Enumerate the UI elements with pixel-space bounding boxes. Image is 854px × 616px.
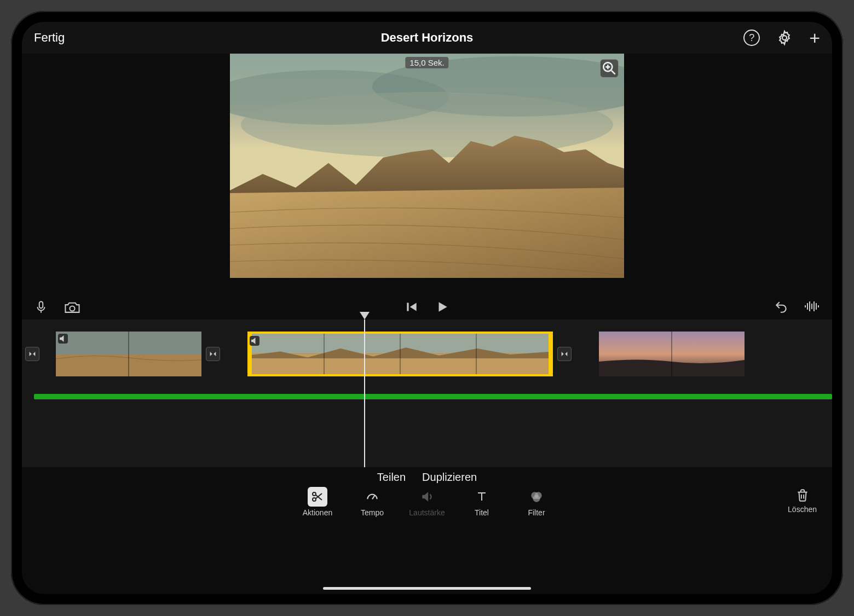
tool-label: Filter [528,508,545,517]
svg-point-0 [782,36,787,40]
clip-actions: Teilen Duplizieren [22,467,832,487]
duplicate-button[interactable]: Duplizieren [422,471,477,484]
topbar: Fertig Desert Horizons ? + [22,22,832,54]
speedometer-icon [362,487,382,507]
svg-point-39 [533,495,540,502]
svg-line-34 [372,496,374,499]
magnify-plus-icon[interactable] [600,59,619,78]
svg-line-6 [611,71,615,74]
playhead-line[interactable] [364,319,365,467]
tool-tray: Aktionen Tempo Lautstärke [22,487,832,536]
plus-icon[interactable]: + [809,28,820,47]
transition-icon[interactable] [24,347,41,361]
tool-lautstaerke: Lautstärke [406,487,448,536]
preview-area: 15,0 Sek. [22,54,832,294]
video-preview[interactable]: 15,0 Sek. [230,54,624,278]
tools-row [22,294,832,319]
skip-back-icon[interactable] [405,300,419,314]
duration-badge: 15,0 Sek. [405,57,448,68]
svg-rect-9 [39,301,43,308]
timeline-clip[interactable] [56,332,201,376]
svg-point-11 [70,306,74,311]
audio-track[interactable] [34,394,832,399]
tool-label: Tempo [361,508,384,517]
timeline-clip-selected[interactable] [247,332,553,376]
tool-label: Lautstärke [409,508,445,517]
undo-icon[interactable] [774,300,788,314]
app-screen: Fertig Desert Horizons ? + [22,22,832,594]
playhead-marker[interactable] [360,312,370,319]
transition-icon[interactable] [556,347,573,361]
filter-circles-icon [527,487,546,507]
waveform-icon[interactable] [804,300,820,314]
tool-filter[interactable]: Filter [516,487,557,536]
split-button[interactable]: Teilen [377,471,406,484]
tool-label: Löschen [788,505,817,514]
speaker-icon [250,336,259,346]
timeline[interactable] [22,319,832,467]
trim-handle-right[interactable] [549,334,553,374]
home-indicator[interactable] [323,587,531,590]
transition-icon[interactable] [205,347,221,361]
scissors-icon [308,487,327,507]
delete-button[interactable]: Löschen [788,487,817,514]
volume-icon [417,487,437,507]
camera-icon[interactable] [64,300,81,314]
tool-tempo[interactable]: Tempo [351,487,393,536]
gear-icon[interactable] [776,30,793,46]
tool-label: Aktionen [303,508,332,517]
play-icon[interactable] [435,300,449,314]
timeline-clip[interactable] [599,332,745,376]
trash-icon [795,487,810,503]
text-icon [472,487,492,507]
speaker-icon [58,334,68,344]
svg-rect-12 [407,303,408,311]
svg-point-4 [241,92,613,158]
help-icon[interactable]: ? [743,30,760,46]
done-button[interactable]: Fertig [34,31,65,45]
microphone-icon[interactable] [34,300,48,314]
ipad-frame: Fertig Desert Horizons ? + [11,11,843,605]
clips-track [22,329,832,379]
project-title: Desert Horizons [22,31,832,45]
tool-aktionen[interactable]: Aktionen [297,487,338,536]
tool-label: Titel [475,508,489,517]
tool-titel[interactable]: Titel [461,487,503,536]
